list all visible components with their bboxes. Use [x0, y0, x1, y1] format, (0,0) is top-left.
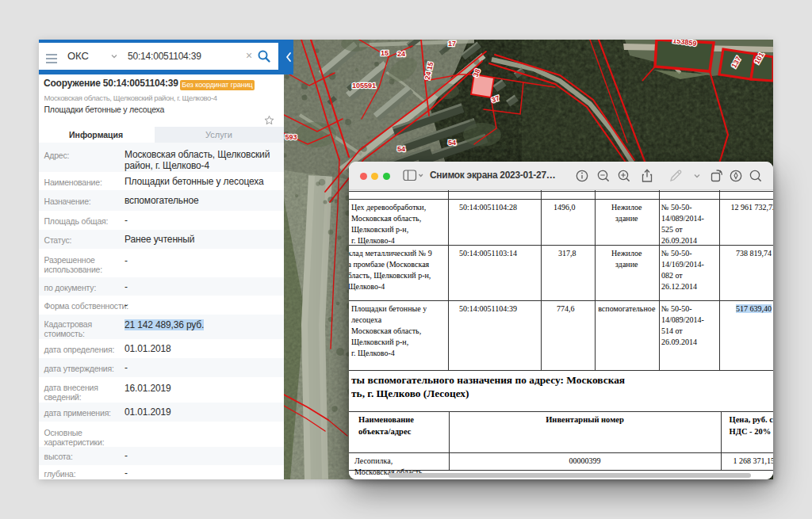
svg-text:24: 24	[397, 50, 405, 58]
svg-text:54: 54	[448, 139, 456, 147]
svg-text:593: 593	[285, 133, 297, 141]
svg-text:17: 17	[448, 40, 456, 48]
svg-text:54: 54	[397, 145, 405, 153]
svg-text:15: 15	[381, 49, 389, 57]
svg-text:105591: 105591	[352, 82, 376, 90]
